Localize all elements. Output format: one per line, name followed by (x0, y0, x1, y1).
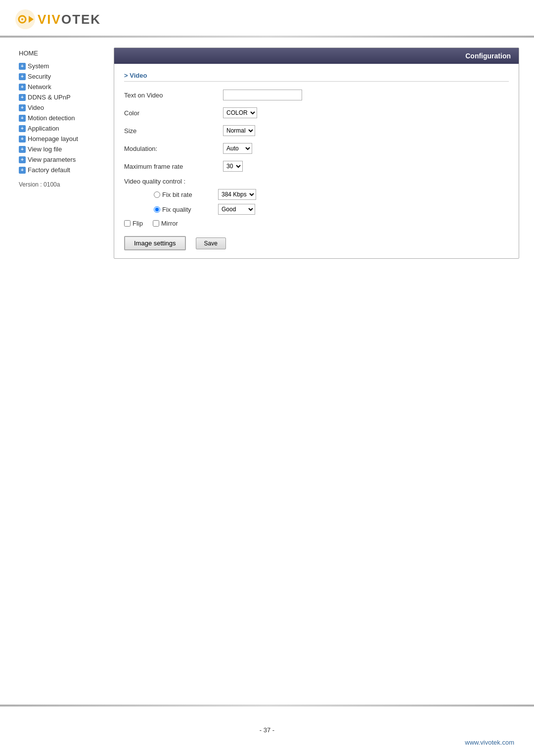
content-header: Configuration (114, 48, 519, 64)
mirror-text: Mirror (161, 220, 178, 227)
sidebar-home[interactable]: HOME (15, 47, 114, 59)
sidebar-label-security: Security (28, 73, 51, 80)
sidebar-item-system[interactable]: + System (15, 61, 114, 71)
modulation-control: Auto NTSC PAL (223, 143, 252, 154)
expand-icon-factory: + (19, 167, 26, 174)
video-quality-section: Video quality control : Fix bit rate 384… (124, 178, 509, 215)
sidebar-item-video[interactable]: + Video (15, 102, 114, 113)
expand-icon-viewparams: + (19, 156, 26, 163)
svg-point-2 (21, 18, 23, 20)
sidebar-label-system: System (28, 62, 49, 70)
flip-text: Flip (133, 220, 143, 227)
footer: - 37 - www.vivotek.com (0, 726, 534, 746)
quality-select[interactable]: Good Medium Standard Detailed Excellent (218, 204, 255, 215)
logo: VIVOTEK (15, 9, 519, 30)
framerate-row: Maximum frame rate 30 25 20 15 10 5 (124, 160, 509, 173)
expand-icon-viewlog: + (19, 146, 26, 153)
text-on-video-control (223, 90, 302, 100)
sidebar-item-motion[interactable]: + Motion detection (15, 113, 114, 123)
logo-icon (15, 9, 36, 30)
size-select[interactable]: Normal Large Small (223, 125, 255, 136)
website-link: www.vivotek.com (0, 739, 534, 746)
logo-text: VIVOTEK (38, 12, 101, 27)
size-label: Size (124, 127, 223, 135)
content-body: > Video Text on Video Color COLOR B&W (114, 64, 519, 258)
modulation-select[interactable]: Auto NTSC PAL (223, 143, 252, 154)
expand-icon-motion: + (19, 115, 26, 122)
expand-icon-homepage: + (19, 136, 26, 142)
expand-icon-security: + (19, 73, 26, 80)
mirror-label[interactable]: Mirror (153, 220, 178, 227)
framerate-label: Maximum frame rate (124, 163, 223, 170)
flip-label[interactable]: Flip (124, 220, 143, 227)
sidebar-label-homepage: Homepage layout (28, 135, 78, 142)
modulation-label: Modulation: (124, 145, 223, 152)
sidebar: HOME + System + Security + Network + DDN… (15, 47, 114, 259)
sidebar-item-security[interactable]: + Security (15, 71, 114, 82)
sidebar-item-application[interactable]: + Application (15, 123, 114, 134)
fix-quality-label: Fix quality (162, 206, 191, 213)
sidebar-label-video: Video (28, 104, 44, 111)
sidebar-label-network: Network (28, 83, 51, 91)
fix-bitrate-radio[interactable] (154, 191, 160, 198)
main-container: HOME + System + Security + Network + DDN… (0, 38, 534, 269)
sidebar-item-network[interactable]: + Network (15, 82, 114, 92)
section-title: > Video (124, 72, 509, 82)
sidebar-label-application: Application (28, 125, 59, 132)
color-control: COLOR B&W (223, 107, 257, 118)
save-button[interactable]: Save (196, 237, 226, 249)
sidebar-label-viewparams: View parameters (28, 156, 76, 163)
sidebar-item-ddns[interactable]: + DDNS & UPnP (15, 92, 114, 102)
bitrate-select[interactable]: 384 Kbps 512 Kbps 768 Kbps 1 Mbps 1.5 Mb… (218, 189, 256, 200)
sidebar-label-factory: Factory default (28, 166, 70, 174)
expand-icon-ddns: + (19, 94, 26, 101)
modulation-row: Modulation: Auto NTSC PAL (124, 142, 509, 155)
flip-checkbox[interactable] (124, 220, 131, 227)
page-header: VIVOTEK (0, 0, 534, 36)
expand-icon-application: + (19, 125, 26, 132)
fix-quality-radio[interactable] (154, 206, 160, 213)
image-settings-button[interactable]: Image settings (124, 236, 186, 250)
page-number: - 37 - (0, 726, 534, 734)
text-on-video-row: Text on Video (124, 89, 509, 101)
expand-icon-network: + (19, 84, 26, 91)
sidebar-label-motion: Motion detection (28, 114, 75, 122)
expand-icon-system: + (19, 63, 26, 70)
sidebar-item-viewparams[interactable]: + View parameters (15, 154, 114, 165)
mirror-checkbox[interactable] (153, 220, 159, 227)
color-row: Color COLOR B&W (124, 106, 509, 119)
color-select[interactable]: COLOR B&W (223, 107, 257, 118)
fix-bitrate-label: Fix bit rate (162, 191, 192, 198)
sidebar-item-factory[interactable]: + Factory default (15, 165, 114, 175)
sidebar-label-ddns: DDNS & UPnP (28, 94, 71, 101)
page-title: Configuration (465, 52, 511, 60)
sidebar-item-homepage[interactable]: + Homepage layout (15, 134, 114, 144)
fix-quality-row: Fix quality Good Medium Standard Detaile… (154, 204, 509, 215)
fix-quality-radio-label[interactable]: Fix quality (154, 206, 218, 213)
sidebar-item-viewlog[interactable]: + View log file (15, 144, 114, 154)
fix-bitrate-row: Fix bit rate 384 Kbps 512 Kbps 768 Kbps … (154, 189, 509, 200)
version-text: Version : 0100a (15, 175, 114, 194)
bottom-separator (0, 705, 534, 707)
framerate-select[interactable]: 30 25 20 15 10 5 (223, 161, 243, 172)
text-on-video-input[interactable] (223, 90, 302, 100)
size-control: Normal Large Small (223, 125, 255, 136)
size-row: Size Normal Large Small (124, 124, 509, 137)
sidebar-label-viewlog: View log file (28, 145, 62, 153)
content-area: Configuration > Video Text on Video Colo… (114, 47, 519, 259)
text-on-video-label: Text on Video (124, 92, 223, 99)
button-row: Image settings Save (124, 236, 509, 250)
color-label: Color (124, 109, 223, 117)
flip-mirror-row: Flip Mirror (124, 220, 509, 227)
vq-label: Video quality control : (124, 178, 509, 185)
expand-icon-video: + (19, 104, 26, 111)
fix-bitrate-radio-label[interactable]: Fix bit rate (154, 191, 218, 198)
framerate-control: 30 25 20 15 10 5 (223, 161, 243, 172)
